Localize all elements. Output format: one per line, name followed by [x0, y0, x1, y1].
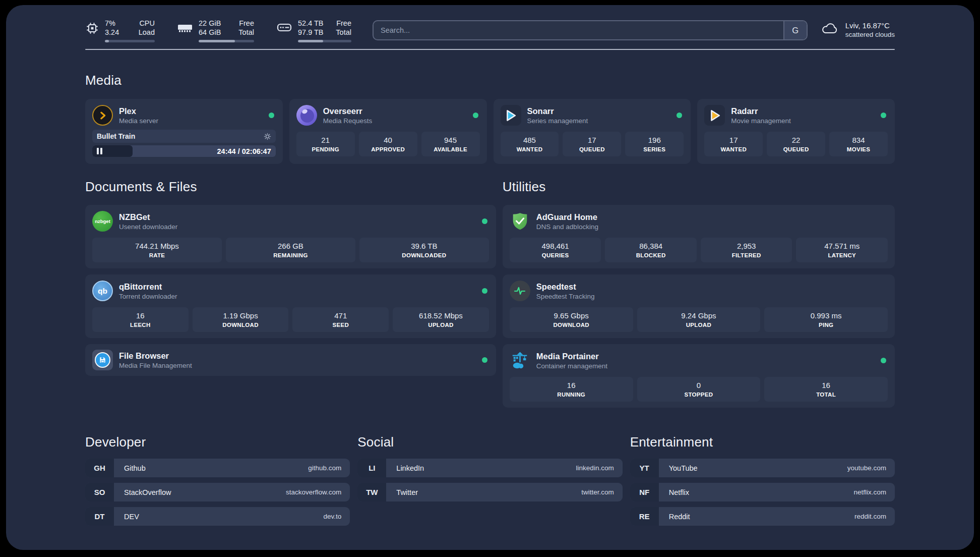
stat-tile: 39.6 TB DOWNLOADED — [359, 238, 489, 262]
app-name: NZBGet — [119, 212, 177, 222]
plex-now-playing: Bullet Train 24:44 / 02:06:47 — [92, 130, 276, 157]
app-subtitle: Torrent downloader — [119, 292, 177, 301]
header-divider — [85, 49, 895, 50]
app-card-adguard[interactable]: AdGuard Home DNS and adblocking 498,461 … — [503, 205, 895, 268]
stat-tile: 266 GB REMAINING — [226, 238, 355, 262]
link-abbr-badge: RE — [630, 507, 659, 526]
nzbget-icon: nzbget — [92, 211, 113, 232]
link-stackoverflow[interactable]: SO StackOverflow stackoverflow.com — [85, 483, 350, 502]
search-engine-button[interactable]: G — [783, 21, 807, 39]
stat-tile: 16 TOTAL — [764, 377, 888, 402]
app-card-plex[interactable]: Plex Media server Bullet Train — [85, 99, 283, 164]
stat-tile: 17 WANTED — [704, 132, 763, 156]
link-linkedin[interactable]: LI LinkedIn linkedin.com — [357, 459, 622, 477]
app-name: Speedtest — [536, 282, 595, 292]
app-subtitle: Movie management — [731, 117, 791, 125]
app-name: Radarr — [731, 106, 791, 116]
section-title-media: Media — [85, 73, 895, 88]
social-section: Social LI LinkedIn linkedin.com TW Twitt… — [357, 434, 622, 526]
memory-total-label: Total — [238, 28, 254, 37]
app-subtitle: DNS and adblocking — [536, 222, 598, 231]
search-input[interactable] — [374, 21, 783, 39]
stat-tile: 21 PENDING — [296, 132, 355, 156]
status-indicator — [881, 358, 886, 363]
app-subtitle: Usenet downloader — [119, 222, 177, 231]
search-bar: G — [373, 20, 808, 40]
dashboard: 7% 3.24 CPU Load — [6, 5, 974, 550]
adguard-icon — [510, 211, 530, 232]
stat-tile: 471 SEED — [292, 307, 389, 332]
stat-tile: 40 APPROVED — [359, 132, 417, 156]
memory-icon — [177, 19, 193, 42]
app-card-nzbget[interactable]: nzbget NZBGet Usenet downloader 744.21 M… — [85, 205, 496, 268]
memory-progress-bar — [199, 40, 254, 42]
stat-tile: 498,461 QUERIES — [510, 238, 601, 262]
app-card-portainer[interactable]: Media Portainer Container management 16 … — [503, 344, 895, 408]
memory-stat: 22 GiB 64 GiB Free Total — [177, 19, 254, 42]
section-title-documents: Documents & Files — [85, 179, 496, 195]
disk-free-value: 52.4 TB — [298, 19, 324, 28]
section-title-entertainment: Entertainment — [630, 434, 895, 450]
link-abbr-badge: TW — [357, 483, 386, 502]
link-reddit[interactable]: RE Reddit reddit.com — [630, 507, 895, 526]
stat-tile: 17 QUEUED — [563, 132, 621, 156]
cpu-usage-value: 7% — [105, 19, 119, 28]
qbittorrent-icon: qb — [92, 281, 113, 301]
stat-tile: 485 WANTED — [501, 132, 559, 156]
status-indicator — [677, 113, 682, 118]
app-subtitle: Series management — [527, 117, 588, 125]
status-indicator — [482, 218, 487, 224]
documents-column: Documents & Files nzbget NZBGet Usenet d… — [85, 164, 496, 408]
link-abbr-badge: LI — [357, 459, 386, 477]
stat-tile: 945 AVAILABLE — [421, 132, 480, 156]
disk-icon — [276, 19, 292, 42]
stat-tile: 1.19 Gbps DOWNLOAD — [193, 307, 289, 332]
app-name: File Browser — [119, 351, 192, 361]
app-subtitle: Media Requests — [323, 117, 373, 125]
stat-tile: 0 STOPPED — [637, 377, 761, 402]
link-github[interactable]: GH Github github.com — [85, 459, 350, 477]
app-subtitle: Media File Management — [119, 361, 192, 370]
top-bar: 7% 3.24 CPU Load — [85, 5, 895, 42]
section-title-social: Social — [357, 434, 622, 450]
playback-time: 24:44 / 02:06:47 — [217, 145, 271, 157]
link-abbr-badge: NF — [630, 483, 659, 502]
app-card-overseerr[interactable]: Overseerr Media Requests 21 PENDING 40 A… — [289, 99, 487, 164]
stat-tile: 196 SERIES — [625, 132, 684, 156]
utilities-column: Utilities — [503, 164, 895, 408]
app-subtitle: Speedtest Tracking — [536, 292, 595, 301]
cloud-icon — [820, 21, 839, 38]
cpu-progress-bar — [105, 40, 155, 42]
stat-tile: 744.21 Mbps RATE — [92, 238, 222, 262]
cpu-label: CPU — [139, 19, 155, 28]
pause-icon[interactable] — [97, 148, 102, 154]
memory-total-value: 64 GiB — [199, 28, 221, 37]
app-card-sonarr[interactable]: Sonarr Series management 485 WANTED 17 Q… — [494, 99, 691, 164]
status-indicator — [473, 113, 478, 118]
app-card-filebrowser[interactable]: File Browser Media File Management — [85, 344, 496, 376]
stat-tile: 86,384 BLOCKED — [605, 238, 697, 262]
app-card-radarr[interactable]: Radarr Movie management 17 WANTED 22 QUE… — [697, 99, 895, 164]
link-netflix[interactable]: NF Netflix netflix.com — [630, 483, 895, 502]
stat-tile: 22 QUEUED — [767, 132, 825, 156]
stat-tile: 9.65 Gbps DOWNLOAD — [510, 307, 633, 332]
disk-total-label: Total — [336, 28, 351, 37]
system-stats: 7% 3.24 CPU Load — [85, 19, 351, 42]
disk-progress-bar — [298, 40, 351, 42]
stat-tile: 9.24 Gbps UPLOAD — [637, 307, 761, 332]
weather-widget: Lviv, 16.87°C scattered clouds — [820, 21, 895, 39]
status-indicator — [482, 357, 487, 363]
link-youtube[interactable]: YT YouTube youtube.com — [630, 459, 895, 477]
cpu-icon — [85, 19, 99, 42]
status-indicator — [482, 288, 487, 294]
link-twitter[interactable]: TW Twitter twitter.com — [357, 483, 622, 502]
link-dev[interactable]: DT DEV dev.to — [85, 507, 350, 526]
app-card-qbittorrent[interactable]: qb qBittorrent Torrent downloader 16 LEE… — [85, 274, 496, 338]
now-playing-title: Bullet Train — [97, 132, 135, 140]
stat-tile: 16 RUNNING — [510, 377, 633, 402]
stat-tile: 2,953 FILTERED — [701, 238, 792, 262]
disk-total-value: 97.9 TB — [298, 28, 324, 37]
session-settings-icon[interactable] — [264, 133, 271, 140]
overseerr-icon — [296, 105, 317, 126]
app-card-speedtest[interactable]: Speedtest Speedtest Tracking 9.65 Gbps D… — [503, 274, 895, 338]
